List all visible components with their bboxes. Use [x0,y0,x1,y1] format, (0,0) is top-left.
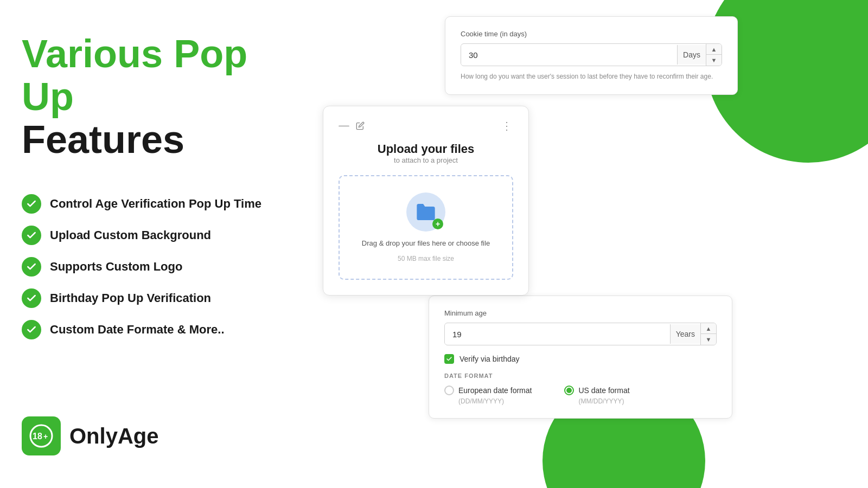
upload-subtitle: to attach to a project [339,156,513,164]
check-icon-3 [22,257,41,277]
svg-text:+: + [43,432,48,441]
radio-eu[interactable] [444,386,454,395]
card-minage: Minimum age Years ▲ ▼ Verify via birthda… [429,296,732,419]
minage-spinner: ▲ ▼ [700,323,716,345]
radio-us[interactable] [564,386,574,395]
minage-spinner-down[interactable]: ▼ [701,334,716,345]
minimize-icon[interactable] [339,125,349,127]
cookie-value-input[interactable] [461,45,677,65]
cookie-hint: How long do you want the user's session … [461,72,722,81]
radio-group-eu: European date format (DD/MM/YYYY) [444,386,532,405]
feature-text-5: Custom Date Formate & More.. [50,323,225,337]
check-icon-4 [22,288,41,308]
minage-value-input[interactable] [445,324,670,344]
radio-us-label: US date format [578,386,629,395]
upload-title: Upload your files [339,142,513,156]
radio-group-us: US date format (MM/DD/YYYY) [564,386,629,405]
cookie-spinner: ▲ ▼ [706,44,722,66]
feature-item-2: Upload Custom Background [22,226,304,245]
logo-box: 18 + [22,416,61,455]
feature-item-1: Control Age Verification Pop Up Time [22,194,304,214]
upload-header-left [339,121,365,130]
cookie-label: Cookie time (in days) [461,30,722,38]
minage-label: Minimum age [444,309,717,317]
upload-dropzone[interactable]: + Drag & drop your files here or choose … [339,175,513,280]
more-options-icon[interactable]: ⋮ [501,119,513,132]
feature-text-1: Control Age Verification Pop Up Time [50,197,261,211]
minage-input-row: Years ▲ ▼ [444,323,717,345]
feature-item-5: Custom Date Formate & More.. [22,320,304,339]
card-upload: ⋮ Upload your files to attach to a proje… [323,106,529,296]
svg-text:18: 18 [33,432,42,441]
feature-text-2: Upload Custom Background [50,228,211,242]
feature-item-4: Birthday Pop Up Verification [22,288,304,308]
feature-text-3: Supports Custom Logo [50,260,182,274]
date-format-row: European date format (DD/MM/YYYY) US dat… [444,386,717,405]
check-icon-2 [22,226,41,245]
feature-list: Control Age Verification Pop Up Time Upl… [22,194,304,339]
left-panel: Various Pop Up Features Control Age Veri… [22,33,304,351]
radio-eu-label: European date format [458,386,532,395]
upload-header: ⋮ [339,119,513,132]
hero-title-black: Features [22,118,304,161]
feature-item-3: Supports Custom Logo [22,257,304,277]
upload-drop-text: Drag & drop your files here or choose fi… [362,239,490,247]
cookie-spinner-down[interactable]: ▼ [706,55,722,66]
minage-unit: Years [670,324,700,344]
upload-size-text: 50 MB max file size [398,255,454,262]
check-icon-5 [22,320,41,339]
check-icon-1 [22,194,41,214]
radio-eu-sublabel: (DD/MM/YYYY) [458,397,532,405]
verify-birthday-label: Verify via birthday [459,355,520,363]
verify-birthday-row[interactable]: Verify via birthday [444,354,717,364]
radio-row-us[interactable]: US date format [564,386,629,395]
cookie-spinner-up[interactable]: ▲ [706,44,722,55]
card-cookie: Cookie time (in days) Days ▲ ▼ How long … [445,16,738,95]
hero-title-green: Various Pop Up [22,33,304,118]
minage-spinner-up[interactable]: ▲ [701,323,716,334]
radio-row-eu[interactable]: European date format [444,386,532,395]
feature-text-4: Birthday Pop Up Verification [50,291,211,305]
edit-icon [356,121,365,130]
radio-us-sublabel: (MM/DD/YYYY) [578,397,629,405]
logo-icon: 18 + [28,423,54,449]
logo-area: 18 + OnlyAge [22,416,158,455]
cookie-unit: Days [677,45,706,65]
folder-icon-wrapper: + [406,192,445,232]
date-format-section-label: DATE FORMAT [444,373,717,379]
verify-birthday-checkbox[interactable] [444,354,454,364]
cookie-input-row: Days ▲ ▼ [461,43,722,66]
logo-name: OnlyAge [69,424,158,448]
plus-badge: + [432,219,443,229]
